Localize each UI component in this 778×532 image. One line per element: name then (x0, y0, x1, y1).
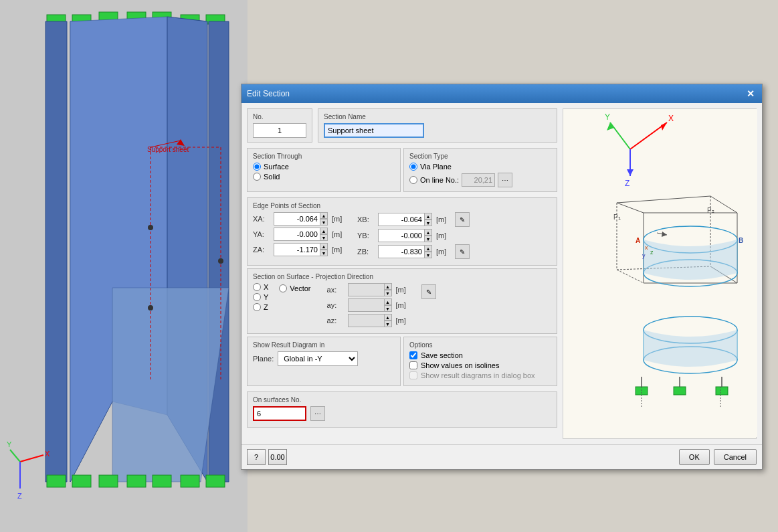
radio-via-plane-label: Via Plane (420, 163, 452, 171)
on-line-pick-button[interactable]: ⋯ (498, 173, 512, 187)
svg-text:P₂: P₂ (707, 207, 714, 214)
reset-button[interactable]: 0.00 (268, 449, 287, 465)
yb-row: YB: ▲ ▼ [m] (357, 229, 470, 242)
on-surfaces-input[interactable] (253, 406, 306, 421)
ax-up[interactable]: ▲ (384, 283, 392, 290)
radio-x[interactable] (253, 283, 261, 291)
xb-input[interactable] (378, 213, 425, 226)
footer-left-buttons: ? 0.00 (247, 449, 287, 465)
yb-input[interactable] (378, 229, 425, 242)
radio-vector-row[interactable]: Vector (279, 284, 310, 292)
xa-up[interactable]: ▲ (320, 212, 328, 219)
ay-spinner: ▲ ▼ (348, 298, 392, 312)
svg-text:x: x (645, 244, 648, 251)
radio-via-plane-row[interactable]: Via Plane (409, 163, 551, 171)
no-input[interactable] (253, 123, 306, 138)
zb-up[interactable]: ▲ (424, 245, 432, 252)
section-name-label: Section Name (324, 113, 551, 120)
ya-up[interactable]: ▲ (320, 228, 328, 234)
ok-button[interactable]: OK (679, 449, 710, 465)
svg-text:B: B (739, 237, 743, 244)
radio-surface-label: Surface (264, 163, 289, 171)
svg-text:y: y (642, 252, 646, 259)
radio-y[interactable] (253, 293, 261, 301)
za-up[interactable]: ▲ (320, 243, 328, 250)
ya-arrows: ▲ ▼ (320, 228, 328, 241)
dialog-title: Edit Section (247, 89, 290, 98)
radio-via-plane[interactable] (409, 163, 417, 171)
za-down[interactable]: ▼ (320, 250, 328, 256)
on-line-no-input[interactable] (462, 173, 495, 187)
on-surfaces-pick-button[interactable]: ⋯ (310, 406, 325, 421)
ay-arrows: ▲ ▼ (384, 298, 392, 312)
vector-section: Vector (279, 284, 316, 292)
zb-unit: [m] (436, 248, 451, 256)
section-name-input[interactable] (324, 123, 424, 138)
result-diagram-section: Show Result Diagram in Plane: Global in … (247, 337, 401, 386)
show-result-dialog-checkbox[interactable] (409, 371, 417, 379)
ya-input[interactable] (274, 228, 320, 241)
az-input[interactable] (348, 314, 385, 327)
xa-down[interactable]: ▼ (320, 219, 328, 226)
az-down[interactable]: ▼ (384, 321, 392, 327)
save-section-row[interactable]: Save section (409, 351, 551, 359)
radio-vector[interactable] (279, 284, 287, 292)
radio-x-row[interactable]: X (253, 283, 268, 291)
ay-down[interactable]: ▼ (384, 305, 392, 312)
projection-row: X Y Z Vector (253, 283, 551, 329)
edge-pick-b-button[interactable]: ✎ (455, 244, 470, 259)
za-input[interactable] (274, 243, 320, 256)
radio-on-line[interactable] (409, 176, 417, 184)
yb-down[interactable]: ▼ (424, 236, 432, 242)
yb-up[interactable]: ▲ (424, 229, 432, 236)
plane-select[interactable]: Global in -Y Global in -X Global in -Z L… (278, 351, 358, 366)
radio-solid[interactable] (253, 173, 261, 181)
radio-z[interactable] (253, 303, 261, 311)
dialog-close-button[interactable]: ✕ (745, 88, 757, 100)
az-row: az: ▲ ▼ [m] (327, 314, 411, 327)
xa-arrows: ▲ ▼ (320, 212, 328, 226)
az-up[interactable]: ▲ (384, 314, 392, 321)
xb-down[interactable]: ▼ (424, 219, 432, 226)
zb-input[interactable] (378, 245, 425, 258)
show-result-dialog-row[interactable]: Show result diagrams in dialog box (409, 371, 551, 379)
radio-solid-row[interactable]: Solid (253, 173, 395, 181)
vector-inputs-col: ax: ▲ ▼ [m] ay: (327, 283, 411, 329)
ya-spinner: ▲ ▼ (274, 228, 328, 241)
save-section-label: Save section (421, 351, 463, 359)
vector-pick-button[interactable]: ✎ (421, 284, 436, 299)
radio-surface-row[interactable]: Surface (253, 163, 395, 171)
xb-spinner: ▲ ▼ (378, 213, 432, 226)
yb-label: YB: (357, 232, 374, 240)
cancel-button[interactable]: Cancel (714, 449, 757, 465)
svg-rect-22 (47, 475, 66, 487)
show-isolines-row[interactable]: Show values on isolines (409, 361, 551, 369)
save-section-checkbox[interactable] (409, 351, 417, 359)
show-result-dialog-label: Show result diagrams in dialog box (421, 371, 535, 379)
support-sheet-label: Support sheet (147, 146, 189, 153)
xb-up[interactable]: ▲ (424, 213, 432, 219)
xa-input[interactable] (274, 212, 320, 226)
radio-surface[interactable] (253, 163, 261, 171)
radio-z-row[interactable]: Z (253, 303, 268, 311)
ay-input[interactable] (348, 298, 385, 312)
radio-y-row[interactable]: Y (253, 293, 268, 301)
za-spinner: ▲ ▼ (274, 243, 328, 256)
ay-up[interactable]: ▲ (384, 298, 392, 305)
ax-down[interactable]: ▼ (384, 290, 392, 296)
model-viewport: X Y Z (0, 0, 248, 532)
projection-section: Section on Surface - Projection Directio… (247, 268, 557, 334)
ya-down[interactable]: ▼ (320, 234, 328, 241)
edge-points-a-col: XA: ▲ ▼ [m] YA: (253, 212, 347, 261)
edge-pick-a-button[interactable]: ✎ (455, 212, 470, 227)
radio-y-label: Y (264, 293, 268, 301)
svg-rect-28 (206, 475, 225, 487)
za-label: ZA: (253, 246, 270, 254)
zb-down[interactable]: ▼ (424, 252, 432, 258)
dialog-preview-panel: Y X Z (563, 108, 757, 439)
svg-rect-23 (72, 475, 91, 487)
ax-input[interactable] (348, 283, 385, 296)
show-isolines-checkbox[interactable] (409, 361, 417, 369)
show-isolines-label: Show values on isolines (421, 361, 499, 369)
help-button[interactable]: ? (247, 449, 266, 465)
